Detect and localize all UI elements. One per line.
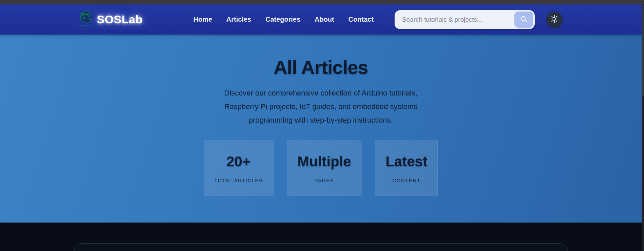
stat-value: Latest [385, 154, 427, 169]
navbar-inner: 100 SOSLAB.NET SOSLab Home Articles Cate… [74, 4, 567, 35]
stat-label: CONTENT [385, 177, 427, 183]
soslab-hexagon-logo-icon: 100 SOSLAB.NET [79, 10, 93, 29]
nav-link-about[interactable]: About [315, 16, 334, 23]
nav-link-contact[interactable]: Contact [348, 16, 373, 23]
articles-list-section [0, 223, 642, 251]
search-icon [520, 15, 528, 24]
page-title: All Articles [274, 56, 368, 78]
stat-card-latest: Latest CONTENT [375, 141, 438, 195]
hero-section: All Articles Discover our comprehensive … [0, 35, 642, 223]
navbar: 100 SOSLAB.NET SOSLab Home Articles Cate… [0, 4, 642, 35]
logo-title: SOSLab [97, 13, 142, 26]
stat-card-total-articles: 20+ TOTAL ARTICLES [204, 141, 273, 195]
stat-label: TOTAL ARTICLES [214, 177, 263, 183]
stat-label: PAGES [297, 177, 351, 183]
main-nav: Home Articles Categories About Contact [193, 16, 374, 23]
logo-badge-text: 100 [83, 14, 87, 16]
scrollbar[interactable] [642, 4, 644, 251]
articles-panel [74, 243, 568, 251]
nav-link-home[interactable]: Home [193, 16, 212, 23]
stats-row: 20+ TOTAL ARTICLES Multiple PAGES Latest… [204, 141, 438, 195]
logo[interactable]: 100 SOSLAB.NET SOSLab [79, 10, 142, 29]
nav-link-categories[interactable]: Categories [265, 16, 300, 23]
nav-link-articles[interactable]: Articles [226, 16, 251, 23]
stat-value: Multiple [297, 154, 351, 169]
stat-value: 20+ [214, 154, 263, 169]
sun-icon [550, 15, 559, 24]
hero-description: Discover our comprehensive collection of… [213, 86, 429, 127]
browser-top-strip [0, 0, 644, 4]
search-input[interactable] [396, 12, 514, 28]
page: 100 SOSLAB.NET SOSLab Home Articles Cate… [0, 4, 642, 251]
search-form [395, 10, 535, 29]
search-button[interactable] [514, 12, 533, 28]
theme-toggle-button[interactable] [546, 12, 562, 28]
scrollbar-thumb[interactable] [642, 5, 644, 97]
logo-caption: SOSLAB.NET [80, 24, 93, 26]
stat-card-pages: Multiple PAGES [287, 141, 362, 195]
